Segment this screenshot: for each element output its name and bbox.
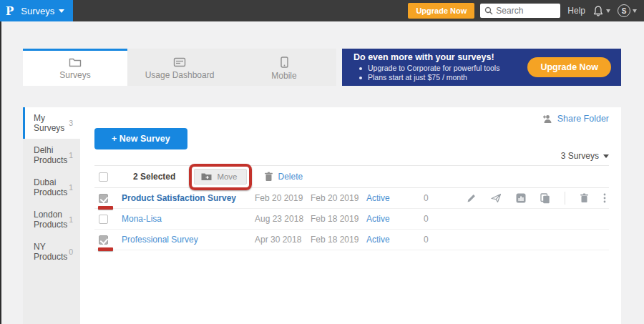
banner-upgrade-button[interactable]: Upgrade Now [527,57,611,77]
new-survey-button[interactable]: + New Survey [94,128,187,149]
tabs-card: Surveys Usage Dashboard Mobile [23,49,336,86]
row-checkbox-cell [94,230,117,250]
survey-name-cell: Mona-Lisa [117,214,255,224]
actions-divider [565,192,565,205]
sidebar-item-delhi-products[interactable]: Delhi Products 1 [23,139,80,171]
reports-chart-icon[interactable] [516,193,526,203]
chevron-down-icon [603,154,609,158]
sidebar-item-dubai-products[interactable]: Dubai Products 1 [23,172,80,203]
tab-label: Mobile [271,71,296,81]
search-icon [484,6,493,15]
account-menu[interactable]: S [618,4,637,17]
main-panel: Share Folder + New Survey 3 Surveys 2 Se… [80,107,621,324]
folder-label: Dubai Products [34,177,69,197]
table-row: Mona-Lisa Aug 23 2018 Feb 18 2019 Active… [94,209,609,230]
status-link[interactable]: Active [366,193,390,203]
duplicate-copy-icon[interactable] [540,193,550,204]
bulk-actions-toolbar: 2 Selected Move Delete [94,166,609,188]
share-row: Share Folder [94,107,609,124]
created-date: Aug 23 2018 [255,214,311,224]
chevron-down-icon [633,9,637,13]
row-checkbox[interactable] [99,235,108,245]
window-edge [0,21,1,324]
folder-count: 1 [69,215,73,224]
row-checkbox-cell [94,188,117,208]
status-cell: Active [366,235,424,245]
tab-label: Surveys [59,70,90,80]
modified-date: Feb 20 2019 [311,193,366,203]
surveys-count-dropdown[interactable]: 3 Surveys [561,151,609,161]
sidebar-item-my-surveys[interactable]: My Surveys 3 [23,107,80,139]
tab-strip: Surveys Usage Dashboard Mobile [23,49,336,86]
folder-label: NY Products [34,242,69,262]
tab-usage-dashboard[interactable]: Usage Dashboard [127,49,232,86]
sidebar-item-ny-products[interactable]: NY Products 0 [23,236,80,267]
upgrade-now-button[interactable]: Upgrade Now [408,3,474,19]
delete-action[interactable]: Delete [264,172,303,182]
survey-name-link[interactable]: Product Satisfaction Survey [122,193,236,203]
folder-count: 0 [69,247,73,256]
notifications-menu[interactable] [592,5,610,17]
status-link[interactable]: Active [366,214,390,224]
responses-count: 0 [424,193,467,203]
trash-icon [264,172,273,182]
app-logo[interactable]: P Surveys [0,0,73,21]
mobile-icon [280,57,288,68]
delete-label: Delete [278,172,303,182]
survey-name-link[interactable]: Professional Survey [122,235,198,245]
content: My Surveys 3 Delhi Products 1 Dubai Prod… [23,107,621,324]
selected-count-label: 2 Selected [133,172,175,182]
created-date: Feb 20 2019 [255,193,311,203]
row-checkbox[interactable] [99,215,108,224]
select-all-checkbox[interactable] [99,172,108,182]
banner-bullets: Upgrade to Corporate for powerful tools … [353,64,527,82]
survey-name-cell: Professional Survey [117,235,255,245]
responses-count: 0 [424,235,467,245]
share-folder-link[interactable]: Share Folder [541,114,609,124]
table-row: Product Satisfaction Survey Feb 20 2019 … [94,188,609,209]
move-label: Move [217,172,237,181]
row-trash-icon[interactable] [580,193,589,203]
survey-name-link[interactable]: Mona-Lisa [122,214,162,224]
folder-count: 1 [69,151,73,159]
move-button[interactable]: Move [194,169,246,185]
modified-date: Feb 18 2019 [311,214,366,224]
sidebar-item-london-products[interactable]: London Products 1 [23,204,80,235]
app-menu-label: Surveys [21,6,54,16]
folder-label: London Products [34,210,69,230]
tab-surveys[interactable]: Surveys [23,49,127,86]
annotation-underline [98,247,113,251]
help-link[interactable]: Help [567,6,585,16]
responses-count: 0 [424,214,467,224]
surveys-count-label: 3 Surveys [561,151,599,161]
survey-name-cell: Product Satisfaction Survey [117,193,255,203]
folder-icon [69,57,82,67]
status-link[interactable]: Active [366,235,390,245]
edit-pencil-icon[interactable] [467,193,477,203]
folder-label: Delhi Products [34,145,69,165]
row-checkbox[interactable] [99,194,108,203]
search-box[interactable] [480,4,560,18]
search-input[interactable] [496,6,553,16]
status-cell: Active [366,193,424,203]
more-kebab-icon[interactable] [603,193,606,203]
dashboard-icon [173,57,186,67]
folders-sidebar: My Surveys 3 Delhi Products 1 Dubai Prod… [23,107,80,324]
proprofs-logo-icon: P [6,4,14,18]
surveys-app-menu[interactable]: Surveys [21,6,64,16]
chevron-down-icon [606,9,610,13]
banner-text: Do even more with your surveys! Upgrade … [353,52,527,82]
tab-label: Usage Dashboard [145,70,215,80]
send-plane-icon[interactable] [491,193,502,203]
banner-bullet: Plans start at just $75 / month [353,73,527,82]
tab-mobile[interactable]: Mobile [232,49,336,86]
chevron-down-icon [59,9,64,13]
folder-count: 1 [69,183,73,192]
modified-date: Feb 18 2019 [311,235,366,245]
banner-title: Do even more with your surveys! [353,52,527,62]
share-folder-label: Share Folder [557,114,609,124]
row-checkbox-cell [94,209,117,229]
surveys-table: 2 Selected Move Delete [94,165,609,250]
created-date: Apr 30 2018 [255,235,311,245]
folder-move-icon [201,172,212,181]
